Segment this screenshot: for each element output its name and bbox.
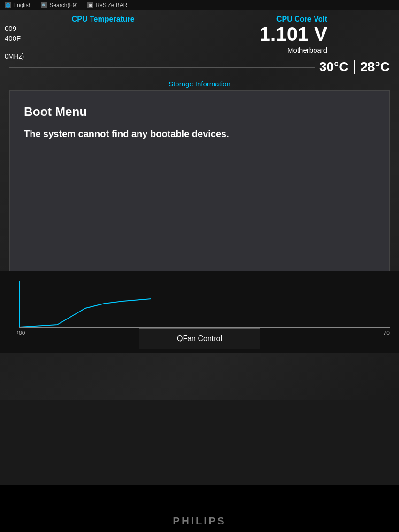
cpu-temp-section: CPU Temperature (72, 15, 135, 54)
boot-menu-title: Boot Menu (24, 105, 375, 119)
chart-area: 0 30 70 (9, 275, 390, 336)
chart-canvas: 0 (19, 281, 390, 328)
temp-row: 30°C 28°C (0, 60, 399, 75)
language-item[interactable]: 🌐 English (5, 2, 31, 8)
search-item[interactable]: 🔍 Search(F9) (41, 2, 77, 8)
cpu-core-volt-section: CPU Core Volt 1.101 V Motherboard (259, 15, 327, 54)
temp-value2: 28°C (360, 60, 390, 75)
boot-menu-message: The system cannot find any bootable devi… (24, 129, 375, 139)
qfan-button[interactable]: QFan Control (139, 328, 260, 349)
chart-zero-label: 0 (17, 330, 20, 335)
search-label: Search(F9) (49, 2, 77, 8)
temp-value1: 30°C (319, 60, 349, 75)
resize-item[interactable]: ⊞ ReSiZe BAR (87, 2, 127, 8)
header-info: CPU Temperature CPU Core Volt 1.101 V Mo… (0, 15, 399, 54)
cpu-temp-label: CPU Temperature (72, 15, 135, 23)
temp-line (9, 67, 315, 68)
globe-icon: 🌐 (5, 2, 11, 8)
search-icon: 🔍 (41, 2, 47, 8)
resize-label: ReSiZe BAR (95, 2, 127, 8)
top-bar: 🌐 English 🔍 Search(F9) ⊞ ReSiZe BAR (0, 0, 399, 10)
resize-icon: ⊞ (87, 2, 93, 8)
motherboard-label: Motherboard (259, 46, 327, 54)
temp-values: 30°C 28°C (319, 60, 390, 75)
storage-info-label: Storage Information (169, 80, 230, 88)
monitor-brand: PHILIPS (173, 515, 226, 527)
chart-svg (20, 280, 184, 327)
cpu-core-volt-label: CPU Core Volt (259, 15, 327, 23)
chart-label-70: 70 (384, 330, 390, 336)
bios-main: 009 400F 0MHz) CPU Temperature CPU Core … (0, 10, 399, 400)
bottom-deco: PHILIPS (0, 485, 399, 532)
cpu-core-volt-value: 1.101 V (259, 23, 327, 45)
temp-cursor (354, 60, 355, 74)
language-label: English (13, 2, 31, 8)
